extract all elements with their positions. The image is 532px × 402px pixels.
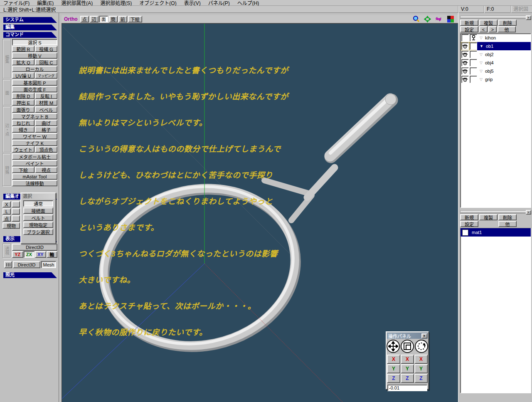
lock-cell[interactable] [470, 67, 477, 75]
expand-icon[interactable]: ▽ [480, 61, 483, 65]
expand-icon[interactable]: ▽ [480, 36, 483, 40]
select-button[interactable]: 選択 S [12, 39, 57, 45]
actual-size-button[interactable]: 現物 [2, 222, 20, 229]
twist-button[interactable]: ねじれ [12, 120, 34, 126]
pan-icon[interactable] [424, 16, 431, 22]
lock-cell[interactable] [470, 51, 477, 58]
section-header-lighting[interactable]: 照光 [3, 272, 57, 278]
object-next-button[interactable]: > [488, 26, 497, 32]
move-button[interactable]: 移動 V [12, 52, 57, 59]
visibility-cell[interactable] [461, 76, 469, 83]
expand-icon[interactable]: ▽ [480, 77, 483, 81]
underlay-button[interactable]: 下絵 [12, 167, 34, 173]
op-move-button[interactable] [387, 340, 400, 353]
object-other-button[interactable]: 他 [498, 26, 516, 32]
color-quad-icon[interactable] [447, 16, 454, 22]
object-settings-button[interactable]: 設定 [460, 26, 478, 32]
visibility-cell[interactable] [461, 67, 469, 75]
extrude-button[interactable]: 押出 E [12, 99, 34, 106]
object-panel-grab-bar[interactable]: × [460, 16, 531, 19]
range-button[interactable]: 範囲 R [12, 46, 34, 52]
object-duplicate-button[interactable]: 複製 [479, 20, 498, 26]
viewpoint-button[interactable]: 視点 [35, 167, 57, 173]
material-duplicate-button[interactable]: 複製 [479, 214, 498, 220]
object-delete-button[interactable]: 削除 [498, 20, 517, 26]
scale-y-button[interactable]: Y [401, 364, 414, 373]
select-connected-button[interactable]: 接続面 [23, 207, 53, 214]
magnet-button[interactable]: マグネット B [12, 113, 57, 119]
uv-button[interactable]: UV操 U [12, 72, 34, 79]
simple-display-button[interactable]: 簡 [109, 16, 118, 22]
section-header-command[interactable]: コマンド [3, 32, 57, 38]
select-belt-button[interactable]: ベルト [23, 215, 53, 221]
lock-cell[interactable] [470, 59, 477, 67]
show-edges-button[interactable]: 辺 [90, 16, 99, 22]
material-button[interactable]: 材質 M [35, 99, 57, 106]
mesh-toggle-button[interactable]: Mesh [41, 261, 56, 268]
bend-button[interactable]: 曲げ [35, 120, 57, 126]
object-row-kihon[interactable]: ▽kihon [461, 34, 531, 42]
lasso-button[interactable]: 投縄 G [35, 46, 57, 52]
move-y-button[interactable]: Y [387, 364, 400, 373]
bevel-button[interactable]: ベベル [35, 106, 57, 113]
paint-button[interactable]: ペイント [12, 160, 57, 166]
visibility-cell[interactable] [461, 59, 469, 67]
section-header-system[interactable]: システム [3, 17, 57, 23]
scale-button[interactable]: 拡大 Q [12, 59, 34, 65]
visibility-cell[interactable] [461, 42, 469, 50]
mode-partial-button[interactable] [12, 208, 20, 215]
move-z-button[interactable]: Z [387, 374, 400, 383]
move-x-button[interactable]: X [387, 355, 400, 364]
primitive-button[interactable]: 基本図形 P [12, 79, 57, 86]
rotate-y-button[interactable]: Y [414, 364, 428, 373]
sym-partial-button[interactable] [12, 201, 20, 207]
direct3d-button[interactable]: Direct3D [12, 244, 57, 251]
material-new-button[interactable]: 新規 [460, 214, 478, 220]
op-rotate-button[interactable] [415, 340, 428, 353]
collapse-icon[interactable]: ▼ [480, 44, 483, 48]
multi-view-button[interactable] [4, 261, 12, 268]
selection-lock-toggle[interactable]: 選択固定 [510, 6, 532, 13]
object-panel-close-icon[interactable]: × [526, 15, 531, 20]
material-other-button[interactable]: 他 [498, 221, 517, 227]
normal-move-button[interactable]: 法線移動 [12, 180, 57, 186]
mode-l-button[interactable]: L [2, 208, 11, 215]
popup-title[interactable]: 選択 [22, 194, 55, 199]
section-header-edit[interactable]: 編集 [3, 25, 57, 30]
object-row-grip[interactable]: ▽grip [461, 75, 531, 84]
object-row-obj5[interactable]: ▽obj5 [461, 67, 531, 75]
tilt-button[interactable]: 傾き [12, 126, 34, 133]
lock-cell[interactable] [470, 76, 477, 83]
view-yz-button[interactable]: YZ [12, 251, 23, 258]
sym-x-button[interactable]: X [2, 201, 11, 207]
weight-button[interactable]: ウェイト [12, 146, 34, 153]
knife-button[interactable]: ナイフ K [12, 140, 57, 146]
wire-button[interactable]: ワイヤー W [12, 133, 57, 139]
rotate-x-button[interactable]: X [414, 355, 428, 364]
edge-partial-button[interactable] [12, 215, 20, 222]
material-settings-button[interactable]: 設定 [460, 221, 478, 227]
object-prev-button[interactable]: < [479, 26, 488, 32]
operation-panel-titlebar[interactable]: 操作パネル × [387, 333, 428, 339]
scale-z-button[interactable]: Z [401, 374, 414, 383]
front-view-button[interactable]: 前 [118, 16, 127, 22]
expand-icon[interactable]: ▽ [480, 69, 483, 73]
visibility-cell[interactable] [461, 51, 469, 58]
object-row-obj4[interactable]: ▽obj4 [461, 59, 531, 67]
metaball-button[interactable]: メタボール粘土 [12, 153, 57, 160]
vertex-color-button[interactable]: 頂点色 [35, 146, 57, 153]
vertex-toggle-button[interactable]: 点 [2, 215, 11, 222]
object-row-ob1[interactable]: ▼ob1 [461, 42, 531, 50]
create-face-button[interactable]: 面の生成 F [12, 86, 57, 92]
view-xy-button[interactable]: XY [35, 251, 46, 258]
show-points-button[interactable]: 点 [80, 16, 89, 22]
material-row-mat1[interactable]: mat1 [461, 228, 531, 237]
local-button[interactable]: ローカル [12, 66, 57, 72]
object-row-obj2[interactable]: ▽obj2 [461, 50, 531, 59]
expand-icon[interactable]: ▽ [480, 52, 483, 57]
underlay-display-button[interactable]: 下絵 [128, 16, 142, 22]
rotate-button[interactable]: 回転 C [35, 59, 57, 65]
mastar-tool-button[interactable]: mAstar Tool [12, 173, 57, 180]
rotate-z-button[interactable]: Z [414, 374, 428, 383]
material-panel-close-icon[interactable]: × [526, 210, 531, 215]
